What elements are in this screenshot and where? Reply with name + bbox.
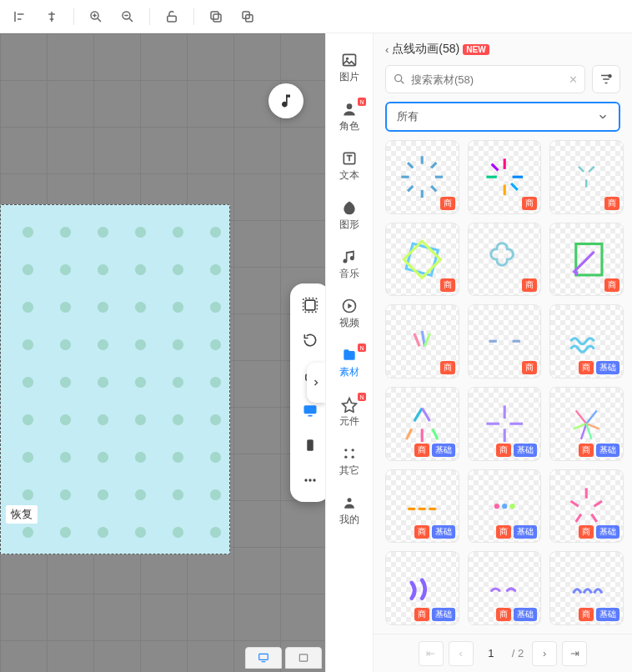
asset-thumb <box>479 480 530 532</box>
pager: ⇤ ‹ 1 / 2 › ⇥ <box>374 634 632 672</box>
zoom-in-button[interactable] <box>83 3 109 30</box>
text-icon <box>341 150 358 167</box>
tag-jichu: 基础 <box>596 444 619 457</box>
zoom-out-button[interactable] <box>114 3 141 30</box>
category-label: 音乐 <box>339 267 359 281</box>
assets-panel: ‹ 点线动画(58) NEW ✕ 所有 <box>374 33 632 672</box>
canvas-area[interactable]: 恢复 <box>0 33 325 672</box>
svg-line-37 <box>408 186 413 191</box>
asset-item[interactable]: 商基础 <box>385 387 459 461</box>
asset-item[interactable]: 商 <box>385 223 459 297</box>
asset-thumb <box>396 315 448 367</box>
tag-jichu: 基础 <box>514 608 537 621</box>
asset-item[interactable]: 商基础 <box>549 469 624 544</box>
category-image[interactable]: 图片 <box>326 43 373 93</box>
asset-thumb <box>479 398 530 449</box>
asset-item[interactable]: 商 <box>385 304 459 379</box>
category-label: 素材 <box>339 365 359 379</box>
more-tool[interactable] <box>297 467 324 494</box>
new-indicator: N <box>358 344 366 352</box>
align-center-button[interactable] <box>38 3 65 30</box>
tag-shang: 商 <box>522 197 537 210</box>
asset-item[interactable]: 商 <box>468 140 542 214</box>
pager-next[interactable]: › <box>532 641 557 666</box>
align-left-button[interactable] <box>7 3 33 30</box>
fullscreen-tool[interactable] <box>297 292 324 318</box>
tag-jichu: 基础 <box>432 608 455 621</box>
back-button[interactable]: ‹ <box>385 43 389 56</box>
asset-item[interactable]: 商基础 <box>468 551 542 625</box>
duplicate-button[interactable] <box>234 3 261 30</box>
panel-collapse-handle[interactable] <box>307 363 325 403</box>
asset-thumb <box>396 398 448 449</box>
other-icon <box>341 445 358 462</box>
svg-point-28 <box>395 75 402 82</box>
category-component[interactable]: 元件N <box>326 388 373 437</box>
role-icon <box>341 101 358 118</box>
svg-point-54 <box>502 504 507 509</box>
music-button[interactable] <box>268 83 303 118</box>
asset-item[interactable]: 商基础 <box>549 387 624 461</box>
category-text[interactable]: 文本 <box>326 142 373 191</box>
svg-rect-10 <box>304 405 317 414</box>
view-tab-monitor[interactable] <box>245 647 282 669</box>
new-indicator: N <box>358 98 366 106</box>
category-label: 文本 <box>339 168 359 183</box>
category-role[interactable]: 角色N <box>326 93 373 142</box>
clear-search-button[interactable]: ✕ <box>569 73 578 86</box>
category-material[interactable]: 素材N <box>326 339 373 388</box>
svg-point-19 <box>346 58 349 60</box>
assets-grid-scroll[interactable]: 商商商商商商商商商基础商基础商基础商基础商基础商基础商基础商基础商基础商基础 <box>374 140 632 634</box>
search-box[interactable]: ✕ <box>385 65 585 93</box>
search-input[interactable] <box>411 73 564 86</box>
tag-jichu: 基础 <box>514 444 537 457</box>
view-tab-window[interactable] <box>285 647 322 669</box>
svg-point-20 <box>347 103 353 109</box>
svg-line-38 <box>579 167 584 172</box>
category-shape[interactable]: 图形 <box>326 191 373 240</box>
panel-header: ‹ 点线动画(58) NEW <box>374 33 632 62</box>
tag-shang: 商 <box>579 361 594 374</box>
asset-item[interactable]: 商基础 <box>468 387 542 461</box>
asset-item[interactable]: 商基础 <box>385 469 459 544</box>
asset-item[interactable]: 商 <box>468 223 542 297</box>
copy-button[interactable] <box>203 3 229 30</box>
rotate-tool[interactable] <box>297 327 324 354</box>
asset-item[interactable]: 商 <box>385 140 459 214</box>
asset-item[interactable]: 商 <box>549 140 624 214</box>
asset-item[interactable]: 商 <box>468 304 542 379</box>
tag-shang: 商 <box>496 525 511 539</box>
tag-shang: 商 <box>579 608 594 621</box>
stage[interactable]: 恢复 <box>0 204 230 554</box>
asset-thumb <box>479 315 530 367</box>
category-video[interactable]: 视频 <box>326 289 373 339</box>
chevron-down-icon <box>597 111 609 123</box>
svg-point-53 <box>494 504 499 509</box>
pager-prev[interactable]: ‹ <box>449 641 474 666</box>
asset-thumb <box>560 315 612 367</box>
category-other[interactable]: 其它 <box>326 437 373 486</box>
tag-jichu: 基础 <box>596 608 619 621</box>
filter-button[interactable] <box>592 65 620 93</box>
pager-last[interactable]: ⇥ <box>562 641 587 666</box>
unlock-button[interactable] <box>158 3 185 30</box>
svg-point-13 <box>304 479 307 481</box>
new-badge: NEW <box>463 44 489 55</box>
asset-item[interactable]: 商基础 <box>549 304 624 379</box>
asset-item[interactable]: 商基础 <box>549 551 624 625</box>
asset-item[interactable]: 商基础 <box>385 551 459 625</box>
mobile-view-tool[interactable] <box>297 432 324 459</box>
restore-label[interactable]: 恢复 <box>6 505 38 524</box>
asset-thumb <box>396 562 448 614</box>
category-mine[interactable]: 我的 <box>326 486 373 535</box>
category-music[interactable]: 音乐 <box>326 240 373 289</box>
category-label: 其它 <box>339 464 359 478</box>
separator <box>73 8 74 25</box>
asset-item[interactable]: 商基础 <box>468 469 542 544</box>
svg-rect-43 <box>576 243 602 274</box>
asset-item[interactable]: 商 <box>549 223 624 297</box>
pager-first[interactable]: ⇤ <box>419 641 444 666</box>
music-icon <box>341 248 358 265</box>
separator <box>193 8 194 25</box>
category-dropdown[interactable]: 所有 <box>385 102 620 132</box>
